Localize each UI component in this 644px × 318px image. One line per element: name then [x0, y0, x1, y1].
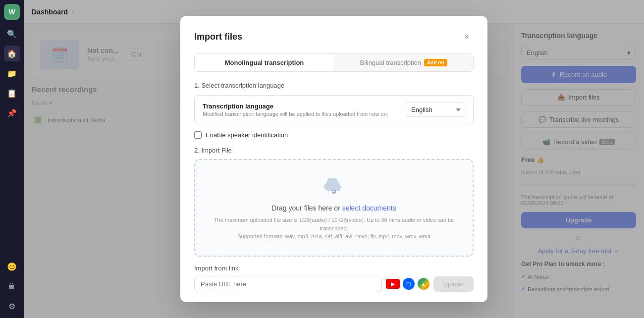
language-dropdown[interactable]: English Spanish French German Chinese Ja…	[406, 103, 465, 117]
upload-text: Drag your files here or select documents	[205, 204, 463, 212]
upload-drop-area[interactable]: Drag your files here or select documents…	[194, 159, 474, 257]
modal-close-button[interactable]: ×	[460, 30, 474, 44]
youtube-icon[interactable]: ▶	[386, 279, 400, 289]
language-card: Transcription language Modified transcri…	[194, 95, 474, 124]
main-area: Dashboard › 🗓️ Not con... Sync your... C…	[24, 0, 644, 318]
sidebar: W 🔍 🏠 📁 📋 📌 😊 🗑 ⚙	[0, 0, 24, 318]
import-from-link-label: Import from link	[194, 265, 474, 272]
tab-monolingual[interactable]: Monolingual transcription	[195, 54, 334, 71]
select-documents-link[interactable]: select documents	[342, 204, 396, 212]
sidebar-item-home[interactable]: 🏠	[4, 46, 20, 61]
language-card-left: Transcription language Modified transcri…	[203, 103, 406, 117]
sidebar-item-pin[interactable]: 📌	[4, 105, 20, 121]
content-area: 🗓️ Not con... Sync your... Cor Recent re…	[24, 24, 644, 318]
upload-cloud-icon	[205, 175, 463, 199]
url-input[interactable]	[194, 276, 382, 292]
import-files-modal: Import files × Monolingual transcription…	[180, 24, 487, 302]
upload-button[interactable]: Upload	[433, 276, 474, 292]
speaker-identification-checkbox[interactable]	[194, 131, 202, 139]
sidebar-item-folder[interactable]: 📁	[4, 65, 20, 81]
transcription-tab-bar: Monolingual transcription Bilingual tran…	[194, 53, 474, 72]
google-drive-icon[interactable]: ▲	[418, 278, 429, 290]
step2-label: 2. Import File	[194, 147, 474, 154]
step1-label: 1. Select transcription language	[194, 82, 474, 89]
speaker-identification-label[interactable]: Enable speaker identification	[206, 131, 288, 139]
import-link-row: ▶ □ ▲ Upload	[194, 276, 474, 292]
dropbox-icon[interactable]: □	[403, 278, 415, 290]
speaker-identification-row: Enable speaker identification	[194, 131, 474, 139]
add-on-badge: Add on	[424, 59, 447, 66]
upload-hint: The maximum uploaded file size is 1GB(au…	[205, 216, 463, 241]
sidebar-item-search[interactable]: 🔍	[4, 26, 20, 42]
modal-header: Import files ×	[194, 30, 474, 44]
sidebar-item-notes[interactable]: 📋	[4, 85, 20, 101]
language-card-subtitle: Modified transcription language will be …	[203, 111, 406, 117]
service-icons: ▶ □ ▲	[386, 278, 429, 290]
tab-bilingual[interactable]: Bilingual transcription Add on	[334, 54, 473, 71]
sidebar-item-settings[interactable]: ⚙	[4, 298, 20, 314]
sidebar-item-emoji[interactable]: 😊	[4, 259, 20, 274]
modal-overlay[interactable]: Import files × Monolingual transcription…	[24, 24, 644, 318]
sidebar-item-trash[interactable]: 🗑	[4, 278, 20, 294]
modal-title: Import files	[194, 32, 242, 42]
app-logo: W	[4, 4, 20, 20]
language-card-title: Transcription language	[203, 103, 406, 110]
